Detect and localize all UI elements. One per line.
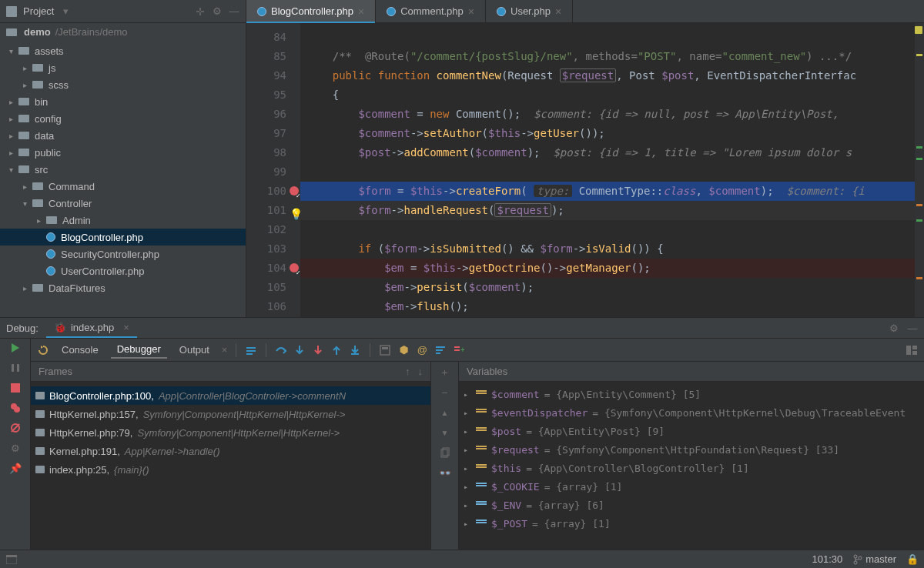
variable-row[interactable]: ▸$_COOKIE = {array} [1]	[459, 477, 924, 496]
pause-icon[interactable]	[9, 362, 22, 374]
tree-folder[interactable]: ▸DataFixtures	[0, 279, 246, 296]
variable-row[interactable]: ▸$comment = {App\Entity\Comment} [5]	[459, 385, 924, 403]
arrow-down-icon[interactable]: ↓	[418, 366, 424, 377]
gear-icon[interactable]: ⚙	[889, 322, 899, 333]
chevron-down-icon[interactable]: ▾	[60, 6, 71, 17]
tree-folder[interactable]: ▸Admin	[0, 212, 246, 229]
code-line[interactable]: $em->flush();	[300, 297, 924, 316]
tree-folder[interactable]: ▸scss	[0, 76, 246, 93]
stop-icon[interactable]	[9, 382, 22, 394]
line-number[interactable]: 97	[246, 124, 300, 143]
disclosure-icon[interactable]: ▸	[464, 446, 471, 454]
code-line[interactable]: /** @Route("/comment/{postSlug}/new", me…	[300, 47, 924, 66]
tree-folder[interactable]: ▸public	[0, 144, 246, 161]
disclosure-icon[interactable]: ▾	[6, 47, 15, 55]
code-line[interactable]	[300, 162, 924, 182]
variable-row[interactable]: ▸$post = {App\Entity\Post} [9]	[459, 422, 924, 440]
line-number[interactable]: 84	[246, 28, 300, 47]
disclosure-icon[interactable]: ▸	[464, 427, 471, 436]
close-icon[interactable]: ×	[555, 5, 561, 18]
collapse-icon[interactable]: —	[229, 6, 239, 17]
variable-row[interactable]: ▸$_POST = {array} [1]	[459, 514, 924, 533]
new-watch-icon[interactable]: ＋	[439, 366, 451, 379]
resume-icon[interactable]	[9, 342, 22, 354]
marker-icon[interactable]	[916, 146, 922, 149]
disclosure-icon[interactable]: ▸	[20, 81, 29, 89]
frame-row[interactable]: HttpKernel.php:157, Symfony|Component|Ht…	[31, 405, 430, 423]
disclosure-icon[interactable]: ▸	[6, 149, 15, 157]
marker-icon[interactable]	[916, 204, 922, 206]
code-area[interactable]: /** @Route("/comment/{postSlug}/new", me…	[300, 23, 924, 317]
show-execution-point-icon[interactable]	[245, 344, 257, 356]
code-line[interactable]: if ($form->isSubmitted() && $form->isVal…	[300, 239, 924, 259]
tab-debugger[interactable]: Debugger	[111, 341, 167, 359]
line-number[interactable]: 103	[246, 239, 300, 259]
frames-list[interactable]: BlogController.php:100, App|Controller|B…	[31, 382, 430, 550]
marker-icon[interactable]	[916, 277, 922, 279]
disclosure-icon[interactable]: ▸	[20, 64, 29, 72]
evaluate-icon[interactable]	[379, 344, 391, 356]
tree-file[interactable]: SecurityController.php	[0, 246, 246, 262]
line-number[interactable]: 106	[246, 297, 300, 316]
disclosure-icon[interactable]: ▸	[464, 501, 471, 510]
breakpoints-icon[interactable]	[9, 402, 22, 414]
lightbulb-icon[interactable]: 💡	[290, 205, 299, 214]
tree-folder[interactable]: ▾assets	[0, 42, 246, 59]
code-line[interactable]: $form->handleRequest($request);	[300, 201, 924, 220]
arrow-up-icon[interactable]: ↑	[405, 366, 410, 377]
mute-breakpoints-icon[interactable]	[9, 422, 22, 434]
variable-row[interactable]: ▸$this = {App\Controller\BlogController}…	[459, 459, 924, 477]
code-line[interactable]: $em->persist($comment);	[300, 278, 924, 297]
editor-tab[interactable]: User.php×	[486, 0, 573, 22]
close-icon[interactable]: ×	[222, 344, 228, 356]
project-tree[interactable]: ▾assets▸js▸scss▸bin▸config▸data▸public▾s…	[0, 41, 246, 317]
editor-tab[interactable]: Comment.php×	[376, 0, 486, 22]
variable-row[interactable]: ▸$request = {Symfony\Component\HttpFound…	[459, 440, 924, 459]
tree-folder[interactable]: ▾src	[0, 161, 246, 178]
step-over-icon[interactable]	[275, 344, 287, 356]
line-number[interactable]: 98	[246, 143, 300, 162]
variable-row[interactable]: ▸$eventDispatcher = {Symfony\Component\H…	[459, 403, 924, 422]
close-icon[interactable]: ×	[358, 5, 364, 18]
editor-scrollbar[interactable]	[915, 23, 924, 317]
tool-window-icon[interactable]	[6, 554, 17, 565]
tree-folder[interactable]: ▸data	[0, 127, 246, 144]
breakpoint-icon[interactable]	[290, 263, 299, 272]
disclosure-icon[interactable]: ▸	[20, 284, 29, 292]
rerun-icon[interactable]	[37, 344, 49, 356]
tree-file[interactable]: BlogController.php	[0, 229, 246, 246]
step-into-icon[interactable]	[293, 344, 306, 356]
disclosure-icon[interactable]: ▸	[6, 115, 15, 123]
layout-icon[interactable]	[906, 344, 918, 356]
frame-row[interactable]: BlogController.php:100, App|Controller|B…	[31, 386, 430, 405]
gutter[interactable]: 8485949596979899100101💡102103104105106	[246, 23, 300, 317]
caret-position[interactable]: 101:30	[812, 553, 843, 565]
code-line[interactable]: $form = $this->createForm( type: Comment…	[300, 182, 924, 201]
up-icon[interactable]: ▲	[439, 406, 451, 419]
disclosure-icon[interactable]: ▸	[464, 483, 471, 491]
marker-icon[interactable]	[916, 158, 922, 160]
step-out-icon[interactable]	[330, 344, 343, 356]
glasses-icon[interactable]: 👓	[439, 466, 451, 479]
disclosure-icon[interactable]: ▸	[34, 216, 43, 225]
line-number[interactable]: 102	[246, 220, 300, 239]
variables-list[interactable]: ▸$comment = {App\Entity\Comment} [5]▸$ev…	[459, 382, 924, 550]
debug-session-tab[interactable]: 🐞 index.php ×	[46, 318, 137, 338]
down-icon[interactable]: ▼	[439, 426, 451, 439]
tree-file[interactable]: UserController.php	[0, 262, 246, 279]
line-number[interactable]: 99	[246, 162, 300, 182]
line-number[interactable]: 100	[246, 182, 300, 201]
variable-row[interactable]: ▸$_ENV = {array} [6]	[459, 496, 924, 514]
disclosure-icon[interactable]: ▸	[6, 98, 15, 106]
marker-warning-icon[interactable]	[915, 26, 922, 34]
run-to-cursor-icon[interactable]	[349, 344, 361, 356]
tree-folder[interactable]: ▾Controller	[0, 195, 246, 212]
add-watch-icon[interactable]: +	[453, 344, 465, 356]
line-number[interactable]: 94	[246, 66, 300, 85]
line-number[interactable]: 105	[246, 278, 300, 297]
editor[interactable]: 8485949596979899100101💡102103104105106 /…	[246, 23, 924, 317]
disclosure-icon[interactable]: ▸	[464, 464, 471, 473]
close-icon[interactable]: ×	[123, 322, 129, 333]
disclosure-icon[interactable]: ▾	[20, 199, 29, 208]
remove-watch-icon[interactable]: −	[439, 386, 451, 399]
